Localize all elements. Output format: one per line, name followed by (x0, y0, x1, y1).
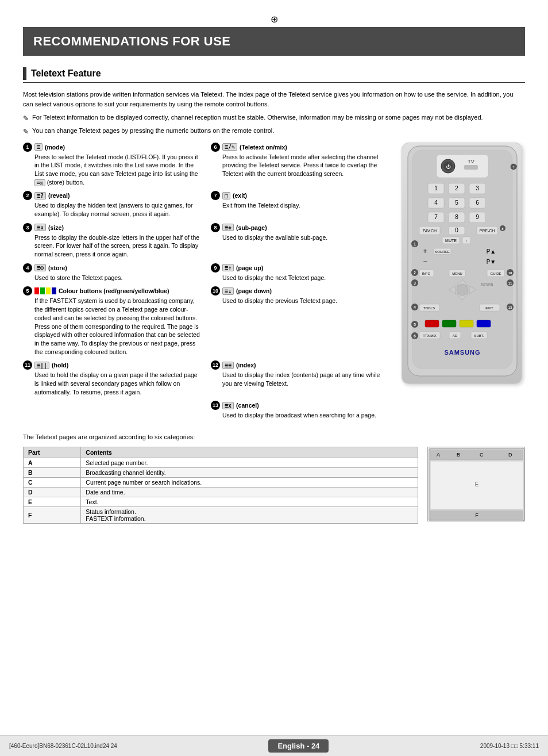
svg-text:TTX/MIX: TTX/MIX (423, 334, 437, 337)
item-12-desc: Used to display the index (contents) pag… (222, 371, 389, 387)
item-6-title: (Teletext on/mix) (240, 144, 287, 151)
svg-text:↑: ↑ (465, 239, 468, 243)
svg-text:INFO: INFO (422, 272, 431, 275)
intro-paragraph: Most television stations provide written… (23, 90, 525, 109)
svg-text:5: 5 (414, 323, 416, 327)
footer-left: [460-Eeuro]BN68-02361C-02L10.ind24 24 (9, 743, 117, 749)
note-icon-1: ✎ (23, 114, 29, 124)
part-b: B (24, 467, 81, 477)
item-9-pageup: 9 ≡↑ (page up) Used to display the next … (211, 263, 389, 282)
table-row: C Current page number or search indicati… (24, 477, 418, 487)
svg-text:8: 8 (455, 214, 458, 220)
svg-text:MUTE: MUTE (445, 239, 457, 243)
left-column: 1 ≡ (mode) Press to select the Teletext … (23, 143, 389, 424)
item-2-icon: ≡? (34, 192, 46, 199)
item-7-icon: □ (222, 192, 230, 199)
tv-screen-diagram: A B C D E F (427, 447, 525, 521)
table-row: F Status information.FASTEXT information… (24, 506, 418, 523)
item-8-subpage: 8 ≡◈ (sub-page) Used to display the avai… (211, 223, 389, 259)
col-header-contents: Contents (81, 447, 418, 458)
svg-text:10: 10 (508, 271, 512, 275)
section-bar-decoration (23, 67, 26, 80)
svg-text:−: − (423, 258, 427, 266)
section-header: Teletext Feature (23, 67, 525, 83)
tv-screen-svg: A B C D E F (428, 447, 526, 522)
table-intro: The Teletext pages are organized accordi… (23, 432, 525, 442)
svg-text:AD: AD (453, 334, 458, 337)
svg-text:A: A (437, 452, 440, 458)
svg-point-67 (457, 284, 468, 296)
item-7-exit: 7 □ (exit) Exit from the Teletext displa… (211, 191, 389, 218)
col-header-part: Part (24, 447, 81, 458)
note-icon-2: ✎ (23, 127, 29, 137)
item-13-num: 13 (211, 401, 220, 410)
page-footer: [460-Eeuro]BN68-02361C-02L10.ind24 24 En… (0, 735, 548, 756)
part-e: E (24, 497, 81, 506)
item-2-title: (reveal) (48, 192, 70, 199)
svg-text:SOURCE: SOURCE (435, 250, 450, 254)
item-12-icon: ≡≡ (222, 362, 234, 369)
item-10-desc: Used to display the previous Teletext pa… (222, 297, 389, 305)
svg-text:1: 1 (434, 185, 438, 191)
svg-text:P▼: P▼ (487, 259, 496, 265)
item-7-desc: Exit from the Teletext display. (222, 201, 389, 210)
item-8-label: 8 ≡◈ (sub-page) (211, 223, 389, 232)
item-11-desc: Used to hold the display on a given page… (34, 371, 202, 396)
item-1-desc: Press to select the Teletext mode (LIST/… (34, 153, 202, 187)
svg-text:4: 4 (434, 199, 438, 206)
table-row: E Text. (24, 497, 418, 506)
item-13-label: 13 ≡x (cancel) (211, 401, 389, 410)
item-3-desc: Press to display the double-size letters… (34, 233, 202, 259)
main-content: 1 ≡ (mode) Press to select the Teletext … (23, 143, 525, 424)
item-12-index: 12 ≡≡ (index) Used to display the index … (211, 360, 389, 396)
item-6-label: 6 ≡/✎ (Teletext on/mix) (211, 143, 389, 152)
item-10-num: 10 (211, 286, 220, 296)
item-1-title: (mode) (45, 144, 65, 151)
svg-text:11: 11 (508, 282, 512, 285)
item-4-store: 4 ≡◎ (store) Used to store the Teletext … (23, 263, 202, 282)
item-4-label: 4 ≡◎ (store) (23, 263, 202, 273)
item-5-label: 5 Colour buttons (red/green/yellow/blue) (23, 286, 202, 296)
item-13-cancel: 13 ≡x (cancel) Used to display the broad… (211, 401, 389, 420)
svg-text:0: 0 (455, 227, 458, 233)
item-7-title: (exit) (233, 192, 247, 199)
item-11-title: (hold) (52, 362, 68, 369)
contents-f: Status information.FASTEXT information. (81, 506, 418, 523)
svg-text:2: 2 (455, 185, 458, 191)
svg-text:GUIDE: GUIDE (490, 272, 501, 275)
item-10-pagedown: 10 ≡↓ (page down) Used to display the pr… (211, 286, 389, 356)
item-13-icon: ≡x (222, 402, 234, 409)
item-12-title: (index) (236, 362, 256, 369)
svg-text:PRE-CH: PRE-CH (480, 229, 495, 233)
item-10-icon: ≡↓ (222, 287, 234, 295)
item-1-mode: 1 ≡ (mode) Press to select the Teletext … (23, 143, 202, 187)
svg-text:1: 1 (414, 242, 416, 246)
table-row: A Selected page number. (24, 458, 418, 467)
table-section: The Teletext pages are organized accordi… (23, 432, 525, 524)
page-wrapper: ⊕ RECOMMENDATIONS FOR USE Teletext Featu… (0, 0, 548, 547)
svg-text:6: 6 (414, 334, 416, 338)
svg-text:SUBT.: SUBT. (474, 334, 484, 337)
footer-right: 2009-10-13 □□ 5:33:11 (480, 743, 539, 749)
footer-center: English - 24 (268, 739, 329, 753)
item-3-size: 3 ≡↕ (size) Press to display the double-… (23, 223, 202, 259)
item-5-icons (34, 287, 56, 294)
table-row: D Date and time. (24, 487, 418, 497)
page-title: RECOMMENDATIONS FOR USE (23, 27, 525, 56)
item-12-num: 12 (211, 360, 220, 370)
svg-rect-81 (460, 320, 473, 327)
item-12-label: 12 ≡≡ (index) (211, 360, 389, 370)
svg-text:P▲: P▲ (487, 248, 496, 255)
item-13-title: (cancel) (236, 402, 259, 409)
svg-rect-80 (442, 320, 456, 327)
item-2-reveal: 2 ≡? (reveal) Used to display the hidden… (23, 191, 202, 218)
item-6-num: 6 (211, 143, 220, 152)
svg-text:7: 7 (434, 214, 438, 220)
part-a: A (24, 458, 81, 467)
contents-c: Current page number or search indication… (81, 477, 418, 487)
item-8-desc: Used to display the available sub-page. (222, 233, 389, 242)
table-wrap: Part Contents A Selected page number. B … (23, 447, 525, 524)
svg-text:E: E (475, 481, 479, 488)
contents-a: Selected page number. (81, 458, 418, 467)
part-d: D (24, 487, 81, 497)
